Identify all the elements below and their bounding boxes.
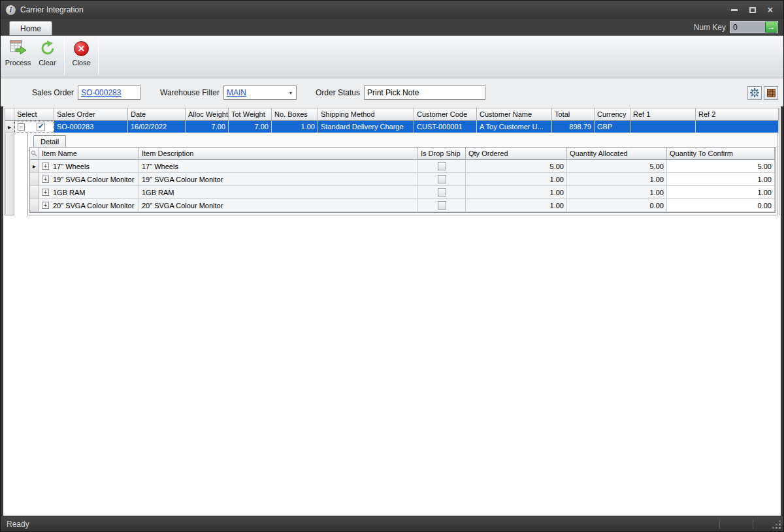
detail-column-quantity-allocated[interactable]: Quantity Allocated xyxy=(567,148,667,160)
detail-cell-qty-confirm[interactable]: 1.00 xyxy=(667,186,775,199)
settings-button[interactable] xyxy=(747,86,762,100)
column-header-customer-code[interactable]: Customer Code xyxy=(414,108,477,121)
expand-icon[interactable]: + xyxy=(42,176,49,183)
column-header-shipping-method[interactable]: Shipping Method xyxy=(318,108,414,121)
process-button[interactable]: Process xyxy=(3,37,33,76)
cell-sales-order[interactable]: SO-000283 xyxy=(54,121,128,133)
detail-row[interactable]: ▸ +17" Wheels 17" Wheels 5.00 5.00 5.00 xyxy=(30,160,775,173)
detail-cell-drop-ship[interactable] xyxy=(418,160,466,173)
search-icon xyxy=(31,150,37,157)
detail-cell-item-name[interactable]: +19" SVGA Colour Monitor xyxy=(39,173,139,186)
detail-cell-qty-confirm[interactable]: 0.00 xyxy=(667,199,775,212)
detail-cell-item-name[interactable]: +20" SVGA Colour Monitor xyxy=(39,199,139,212)
maximize-button[interactable] xyxy=(749,7,756,13)
detail-cell-item-description[interactable]: 17" Wheels xyxy=(139,160,418,173)
warehouse-filter-select[interactable]: MAIN ▼ xyxy=(223,86,297,100)
detail-row[interactable]: +19" SVGA Colour Monitor 19" SVGA Colour… xyxy=(30,173,775,186)
order-status-input[interactable]: Print Pick Note xyxy=(364,86,485,100)
column-header-no-boxes[interactable]: No. Boxes xyxy=(272,108,318,121)
detail-column-is-drop-ship[interactable]: Is Drop Ship xyxy=(418,148,466,160)
cell-total[interactable]: 898.79 xyxy=(552,121,595,133)
expand-icon[interactable]: + xyxy=(42,163,49,170)
drop-ship-checkbox[interactable] xyxy=(438,175,446,183)
expand-icon[interactable]: + xyxy=(42,202,49,209)
detail-cell-qty-ordered[interactable]: 5.00 xyxy=(466,160,567,173)
detail-column-item-description[interactable]: Item Description xyxy=(139,148,418,160)
detail-cell-item-name[interactable]: +17" Wheels xyxy=(39,160,139,173)
detail-cell-item-description[interactable]: 1GB RAM xyxy=(139,186,418,199)
detail-cell-qty-confirm[interactable]: 1.00 xyxy=(667,173,775,186)
chevron-down-icon[interactable]: ▼ xyxy=(286,91,296,95)
cell-ref2[interactable] xyxy=(696,121,779,133)
numkey-input[interactable]: 0 → xyxy=(730,21,778,33)
drop-ship-checkbox[interactable] xyxy=(438,201,446,210)
process-icon xyxy=(9,40,27,57)
close-orb-icon: ✕ xyxy=(73,40,91,57)
numkey-go-button[interactable]: → xyxy=(765,22,777,33)
column-header-tot-weight[interactable]: Tot Weight xyxy=(229,108,272,121)
cell-no-boxes[interactable]: 1.00 xyxy=(272,121,318,133)
clear-button[interactable]: Clear xyxy=(33,37,62,76)
tab-detail[interactable]: Detail xyxy=(33,135,66,147)
drop-ship-checkbox[interactable] xyxy=(438,162,446,170)
detail-row-pointer-icon: ▸ xyxy=(30,160,39,173)
column-header-date[interactable]: Date xyxy=(128,108,186,121)
sales-order-input[interactable]: SO-000283 xyxy=(78,86,140,100)
select-cell[interactable]: − ✔ xyxy=(14,121,54,133)
cell-customer-code[interactable]: CUST-000001 xyxy=(414,121,477,133)
resize-grip[interactable] xyxy=(772,520,781,529)
process-label: Process xyxy=(5,59,31,67)
column-header-alloc-weight[interactable]: Alloc Weight xyxy=(186,108,229,121)
cell-shipping-method[interactable]: Standard Delivery Charge xyxy=(318,121,414,133)
detail-cell-drop-ship[interactable] xyxy=(418,186,466,199)
cell-alloc-weight[interactable]: 7.00 xyxy=(186,121,229,133)
detail-cell-qty-allocated[interactable]: 1.00 xyxy=(567,173,667,186)
cell-currency[interactable]: GBP xyxy=(595,121,630,133)
cell-date[interactable]: 16/02/2022 xyxy=(128,121,186,133)
detail-column-qty-ordered[interactable]: Qty Ordered xyxy=(466,148,567,160)
layout-grid-button[interactable] xyxy=(764,86,778,100)
detail-row[interactable]: +20" SVGA Colour Monitor 20" SVGA Colour… xyxy=(30,199,775,212)
detail-cell-qty-confirm[interactable]: 5.00 xyxy=(667,160,775,173)
grid-area: Select Sales Order Date Alloc Weight Tot… xyxy=(1,107,783,518)
drop-ship-checkbox[interactable] xyxy=(438,188,446,196)
detail-cell-qty-allocated[interactable]: 0.00 xyxy=(567,199,667,212)
column-header-sales-order[interactable]: Sales Order xyxy=(54,108,128,121)
detail-cell-item-description[interactable]: 20" SVGA Colour Monitor xyxy=(139,199,418,212)
clear-label: Clear xyxy=(39,59,56,67)
column-header-currency[interactable]: Currency xyxy=(595,108,630,121)
tab-home[interactable]: Home xyxy=(9,21,52,35)
order-status-label: Order Status xyxy=(316,88,360,97)
window-close-button[interactable]: × xyxy=(768,6,773,14)
column-header-ref1[interactable]: Ref 1 xyxy=(630,108,696,121)
ribbon-separator xyxy=(64,39,65,75)
cell-ref1[interactable] xyxy=(630,121,696,133)
detail-cell-qty-ordered[interactable]: 1.00 xyxy=(466,199,567,212)
expand-icon[interactable]: + xyxy=(42,189,49,196)
statusbar-separator xyxy=(753,520,753,529)
detail-cell-item-description[interactable]: 19" SVGA Colour Monitor xyxy=(139,173,418,186)
detail-cell-item-name[interactable]: +1GB RAM xyxy=(39,186,139,199)
warehouse-filter-label: Warehouse Filter xyxy=(160,88,220,97)
select-checkbox[interactable]: ✔ xyxy=(37,123,45,131)
detail-cell-qty-ordered[interactable]: 1.00 xyxy=(466,173,567,186)
detail-cell-qty-allocated[interactable]: 5.00 xyxy=(567,160,667,173)
column-header-customer-name[interactable]: Customer Name xyxy=(477,108,552,121)
numkey-value[interactable]: 0 xyxy=(730,23,765,32)
detail-column-item-name[interactable]: Item Name xyxy=(39,148,139,160)
detail-cell-qty-ordered[interactable]: 1.00 xyxy=(466,186,567,199)
cell-tot-weight[interactable]: 7.00 xyxy=(229,121,272,133)
collapse-icon[interactable]: − xyxy=(18,123,25,131)
minimize-button[interactable] xyxy=(731,9,738,11)
cell-customer-name[interactable]: A Toy Customer U... xyxy=(477,121,552,133)
column-header-ref2[interactable]: Ref 2 xyxy=(696,108,779,121)
detail-column-quantity-to-confirm[interactable]: Quantity To Confirm xyxy=(667,148,775,160)
column-header-select[interactable]: Select xyxy=(14,108,54,121)
table-row-sales-order[interactable]: ▸ − ✔ SO-000283 16/02/2022 7.00 7.00 1.0… xyxy=(5,121,779,133)
detail-row[interactable]: +1GB RAM 1GB RAM 1.00 1.00 1.00 xyxy=(30,186,775,199)
column-header-total[interactable]: Total xyxy=(552,108,595,121)
close-ribbon-button[interactable]: ✕ Close xyxy=(67,37,96,76)
detail-cell-drop-ship[interactable] xyxy=(418,173,466,186)
detail-cell-qty-allocated[interactable]: 1.00 xyxy=(567,186,667,199)
detail-cell-drop-ship[interactable] xyxy=(418,199,466,212)
